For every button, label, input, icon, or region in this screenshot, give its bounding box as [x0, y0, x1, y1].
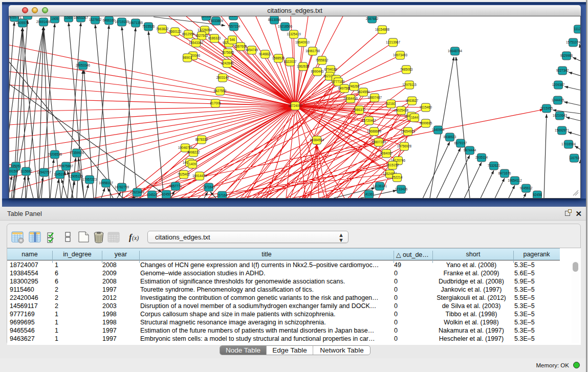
- svg-text:15751074: 15751074: [566, 40, 580, 44]
- svg-text:8322037: 8322037: [284, 60, 297, 63]
- svg-text:12213967: 12213967: [386, 40, 401, 44]
- svg-text:10025438: 10025438: [394, 108, 409, 112]
- svg-text:10719155: 10719155: [115, 20, 129, 24]
- svg-text:6466160: 6466160: [103, 18, 116, 22]
- svg-text:9242845: 9242845: [221, 61, 234, 65]
- svg-text:39159: 39159: [9, 169, 17, 173]
- svg-text:2087682: 2087682: [366, 17, 379, 20]
- svg-text:12942757: 12942757: [37, 170, 52, 174]
- svg-text:19654923: 19654923: [401, 129, 416, 133]
- svg-text:18807249: 18807249: [372, 140, 386, 144]
- svg-text:92456: 92456: [533, 193, 542, 196]
- svg-text:546: 546: [230, 38, 235, 41]
- svg-text:3675685: 3675685: [222, 51, 234, 54]
- svg-text:6794028: 6794028: [324, 68, 337, 71]
- svg-text:15720407: 15720407: [362, 119, 377, 122]
- svg-text:10973493: 10973493: [393, 53, 408, 57]
- svg-text:16961758: 16961758: [306, 49, 320, 53]
- svg-text:1644: 1644: [411, 116, 419, 119]
- svg-text:16782759: 16782759: [115, 185, 129, 189]
- svg-text:7955812: 7955812: [316, 58, 329, 62]
- svg-text:1145194: 1145194: [54, 172, 67, 176]
- svg-text:16154808: 16154808: [375, 28, 390, 31]
- svg-text:10688609: 10688609: [367, 129, 382, 133]
- svg-text:20206535: 20206535: [48, 152, 62, 156]
- svg-text:19756928: 19756928: [397, 144, 412, 148]
- svg-text:20691406: 20691406: [36, 20, 51, 24]
- svg-text:1640954: 1640954: [432, 128, 445, 132]
- svg-text:141361: 141361: [363, 192, 375, 196]
- svg-text:3498222: 3498222: [187, 150, 200, 154]
- svg-text:17359928: 17359928: [70, 151, 84, 155]
- svg-text:1065: 1065: [65, 16, 73, 19]
- svg-text:11325419: 11325419: [287, 32, 301, 36]
- svg-text:1244415: 1244415: [552, 98, 564, 102]
- svg-text:20053346: 20053346: [76, 63, 91, 67]
- svg-text:3824554: 3824554: [357, 90, 370, 94]
- svg-text:30975867: 30975867: [59, 164, 74, 168]
- svg-text:12905135: 12905135: [69, 174, 83, 178]
- svg-text:1405571: 1405571: [16, 21, 29, 25]
- svg-text:12975115: 12975115: [402, 83, 417, 86]
- svg-text:11122: 11122: [574, 27, 580, 31]
- svg-text:16543362: 16543362: [189, 41, 204, 45]
- svg-text:8938923: 8938923: [444, 135, 456, 139]
- svg-text:116753: 116753: [569, 156, 580, 160]
- svg-text:7625402: 7625402: [178, 172, 190, 176]
- svg-text:3215955: 3215955: [540, 106, 553, 110]
- svg-text:209146: 209146: [22, 16, 33, 17]
- svg-text:8427552: 8427552: [214, 89, 227, 93]
- svg-text:62160: 62160: [386, 102, 396, 105]
- svg-text:1905: 1905: [51, 17, 59, 20]
- svg-text:1571643: 1571643: [203, 185, 215, 189]
- svg-text:16210643: 16210643: [553, 114, 568, 117]
- svg-text:17957223: 17957223: [82, 178, 97, 181]
- svg-text:20364436: 20364436: [343, 97, 358, 100]
- svg-text:1209387: 1209387: [552, 83, 565, 86]
- svg-text:16033809: 16033809: [209, 19, 224, 23]
- svg-text:9463627: 9463627: [406, 99, 419, 102]
- svg-text:7515526: 7515526: [142, 25, 155, 28]
- svg-text:1615152: 1615152: [386, 163, 399, 167]
- svg-text:8454749: 8454749: [246, 48, 258, 52]
- svg-text:10807487: 10807487: [367, 96, 382, 99]
- svg-text:19384554: 19384554: [310, 138, 324, 142]
- svg-text:10958107: 10958107: [99, 181, 114, 185]
- svg-text:19218506: 19218506: [278, 25, 293, 28]
- svg-text:18640910: 18640910: [295, 40, 310, 44]
- svg-text:1115682: 1115682: [20, 169, 32, 173]
- svg-text:7632621: 7632621: [488, 164, 500, 167]
- svg-text:9115460: 9115460: [420, 105, 432, 109]
- svg-text:8990443: 8990443: [311, 70, 324, 73]
- svg-text:8660123: 8660123: [169, 30, 182, 33]
- svg-text:98901: 98901: [183, 56, 192, 59]
- svg-text:1409: 1409: [189, 162, 197, 166]
- svg-text:2367608: 2367608: [234, 45, 247, 48]
- svg-text:12923448: 12923448: [130, 190, 145, 194]
- svg-text:16648784: 16648784: [448, 49, 463, 53]
- svg-text:8471676: 8471676: [498, 171, 511, 175]
- svg-text:10654112: 10654112: [508, 179, 522, 182]
- svg-text:8813: 8813: [230, 16, 237, 17]
- svg-text:10653267: 10653267: [74, 16, 89, 19]
- svg-text:16914479: 16914479: [192, 174, 207, 178]
- svg-text:746266: 746266: [349, 84, 360, 88]
- svg-text:17016504: 17016504: [561, 142, 576, 146]
- svg-text:1527602: 1527602: [89, 18, 102, 21]
- svg-text:7357224: 7357224: [228, 25, 241, 28]
- svg-text:252214: 252214: [391, 176, 403, 179]
- svg-text:9327503: 9327503: [195, 34, 208, 37]
- svg-text:9857771: 9857771: [169, 184, 182, 188]
- svg-text:8186323: 8186323: [208, 36, 221, 40]
- svg-text:8813054: 8813054: [268, 18, 281, 21]
- svg-text:160338: 160338: [201, 16, 212, 18]
- svg-text:104524: 104524: [146, 193, 158, 196]
- svg-text:2803144: 2803144: [216, 76, 229, 79]
- svg-text:1362615: 1362615: [297, 64, 310, 68]
- svg-text:8912954: 8912954: [182, 32, 195, 36]
- svg-text:7663822: 7663822: [156, 27, 169, 31]
- svg-text:13226058: 13226058: [198, 28, 212, 32]
- svg-text:9699695: 9699695: [420, 121, 432, 125]
- svg-text:817006: 817006: [210, 101, 221, 105]
- svg-text:(x): (x): [132, 234, 139, 242]
